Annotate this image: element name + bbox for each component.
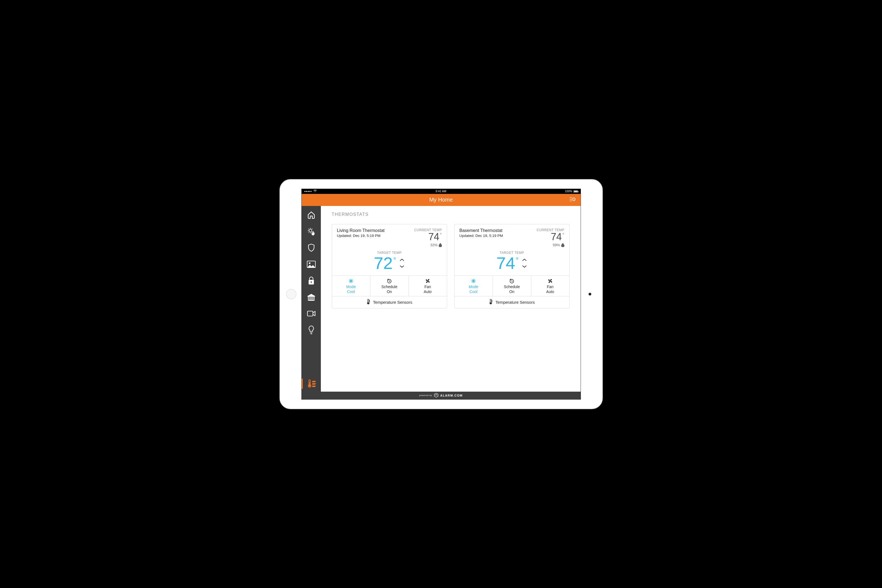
svg-line-8	[308, 229, 309, 229]
brand-label: ALARM.COM	[440, 394, 463, 397]
humidity-drop-icon	[561, 243, 565, 247]
humidity-value: 32%	[430, 243, 437, 247]
sensors-label: Temperature Sensors	[373, 300, 412, 304]
schedule-value: On	[387, 290, 392, 294]
schedule-label: Schedule	[504, 285, 520, 289]
sidebar-garage-icon[interactable]	[306, 292, 317, 302]
sidebar-scenes-icon[interactable]	[306, 226, 317, 237]
thermostat-updated: Updated: Dec 19, 5:19 PM	[337, 234, 385, 238]
sidebar-thermostat-icon[interactable]	[306, 378, 317, 389]
sidebar-home-icon[interactable]	[306, 210, 317, 220]
temp-down-button[interactable]	[521, 264, 527, 269]
fan-icon	[425, 278, 431, 284]
target-temp-value: 74	[496, 255, 515, 272]
current-temp-value: 74	[428, 232, 439, 242]
fan-label: Fan	[424, 285, 431, 289]
status-bar: 9:41 AM 100%	[302, 189, 581, 194]
tablet-home-button[interactable]	[286, 289, 296, 299]
fan-value: Auto	[424, 290, 432, 294]
schedule-icon	[509, 278, 515, 284]
app-screen: 9:41 AM 100% My Home	[301, 189, 581, 400]
humidity-value: 59%	[553, 243, 560, 247]
thermometer-small-icon	[489, 299, 493, 305]
sidebar-locks-icon[interactable]	[306, 276, 317, 286]
svg-line-9	[312, 229, 313, 229]
app-header: My Home	[302, 194, 581, 206]
thermostat-card: Basement Thermostat Updated: Dec 19, 5:1…	[454, 224, 569, 308]
sidebar-video-icon[interactable]	[306, 308, 317, 319]
section-title: THERMOSTATS	[321, 206, 581, 219]
svg-point-41	[490, 303, 491, 304]
sidebar-images-icon[interactable]	[306, 259, 317, 270]
schedule-button[interactable]: Schedule On	[493, 276, 531, 296]
schedule-shortcut-icon[interactable]	[569, 196, 575, 203]
svg-rect-15	[311, 282, 311, 283]
tablet-camera	[589, 293, 591, 296]
svg-rect-20	[307, 311, 313, 316]
battery-indicator: 100%	[565, 190, 578, 193]
fan-value: Auto	[546, 290, 554, 294]
tablet-frame: 9:41 AM 100% My Home	[279, 179, 603, 409]
fan-label: Fan	[547, 285, 553, 289]
svg-marker-45	[434, 393, 438, 397]
powered-by-label: powered by	[419, 394, 432, 397]
svg-point-12	[309, 262, 310, 264]
sidebar-lights-icon[interactable]	[306, 325, 317, 335]
mode-value: Cool	[347, 290, 355, 294]
svg-point-31	[368, 303, 369, 304]
thermostat-card: Living Room Thermostat Updated: Dec 19, …	[332, 224, 447, 308]
schedule-button[interactable]: Schedule On	[370, 276, 409, 296]
target-temp-value: 72	[374, 255, 393, 272]
snowflake-icon	[348, 278, 354, 284]
mode-label: Mode	[469, 285, 478, 289]
mode-button[interactable]: Mode Cool	[455, 276, 493, 296]
current-temp-value: 74	[551, 232, 562, 242]
sidebar	[302, 206, 321, 392]
thermostat-updated: Updated: Dec 19, 5:19 PM	[460, 234, 503, 238]
fan-button[interactable]: Fan Auto	[531, 276, 569, 296]
schedule-value: On	[509, 290, 515, 294]
schedule-label: Schedule	[382, 285, 397, 289]
thermostat-name: Living Room Thermostat	[337, 228, 385, 233]
snowflake-icon	[471, 278, 476, 284]
thermostat-cards: Living Room Thermostat Updated: Dec 19, …	[321, 219, 581, 313]
schedule-icon	[387, 278, 392, 284]
temp-up-button[interactable]	[521, 258, 527, 262]
sidebar-security-icon[interactable]	[306, 243, 317, 253]
temperature-sensors-button[interactable]: Temperature Sensors	[332, 296, 447, 308]
brand-hex-icon	[434, 393, 439, 398]
battery-label: 100%	[565, 190, 572, 193]
thermometer-small-icon	[366, 299, 370, 305]
page-title: My Home	[429, 196, 453, 203]
svg-point-4	[309, 229, 312, 232]
wifi-icon	[314, 190, 317, 193]
humidity-drop-icon	[439, 243, 442, 247]
signal-indicator	[304, 190, 317, 193]
sensors-label: Temperature Sensors	[495, 300, 535, 304]
mode-value: Cool	[470, 290, 478, 294]
fan-icon	[547, 278, 553, 284]
temp-up-button[interactable]	[399, 258, 405, 262]
thermostat-name: Basement Thermostat	[460, 228, 503, 233]
temperature-sensors-button[interactable]: Temperature Sensors	[455, 296, 569, 308]
mode-label: Mode	[346, 285, 356, 289]
main-content: THERMOSTATS Living Room Thermostat Updat…	[321, 206, 581, 392]
svg-line-10	[308, 232, 309, 232]
fan-button[interactable]: Fan Auto	[409, 276, 447, 296]
app-footer: powered by ALARM.COM	[302, 392, 581, 399]
temp-down-button[interactable]	[399, 264, 405, 269]
status-time: 9:41 AM	[436, 190, 446, 193]
mode-button[interactable]: Mode Cool	[332, 276, 370, 296]
